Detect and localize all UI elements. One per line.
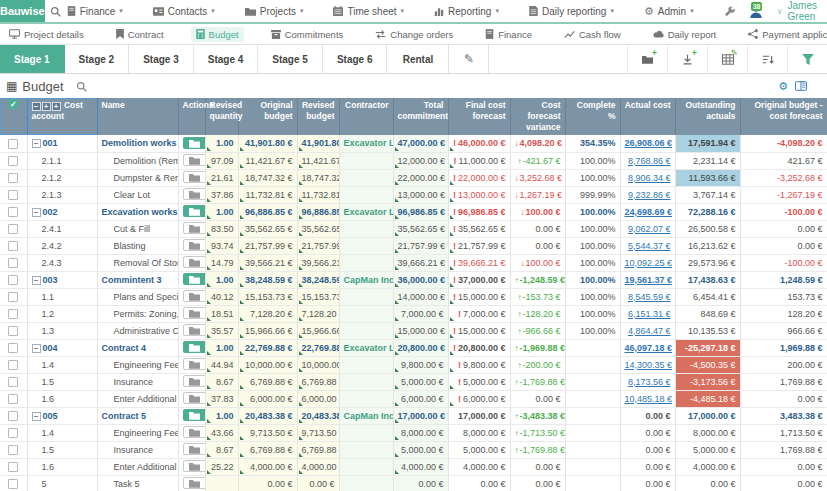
expand-all-icon[interactable]: + — [42, 102, 51, 111]
contractor-cell[interactable]: CapMan Inc. — [339, 271, 393, 288]
revised-quantity-cell[interactable]: 21.61 — [205, 169, 238, 186]
final-cost-forecast-cell[interactable]: !96,986.85 € — [448, 203, 510, 220]
search-icon[interactable] — [45, 0, 67, 22]
open-folder-button[interactable] — [183, 290, 206, 302]
column-header-revised-budget[interactable]: Revised budget — [297, 98, 339, 135]
revised-quantity-cell[interactable]: 37.83 — [205, 390, 238, 407]
total-commitment-cell[interactable]: 21,757.99 € — [393, 237, 448, 254]
revised-quantity-cell[interactable]: 1.00 — [205, 135, 238, 152]
checkbox-checked-icon[interactable]: ✓ — [8, 99, 18, 109]
open-folder-button[interactable] — [183, 358, 206, 370]
contractor-cell[interactable]: Excavator LLC — [339, 135, 393, 152]
revised-budget-cell[interactable]: 41,901.80 € — [297, 135, 339, 152]
row-checkbox[interactable] — [8, 445, 18, 455]
total-commitment-cell[interactable]: 0.00 € — [393, 475, 448, 491]
actual-cost-link[interactable]: 10,485.18 € — [625, 394, 673, 404]
open-folder-button[interactable] — [183, 426, 206, 438]
row-checkbox[interactable] — [8, 190, 18, 200]
actual-cost-link[interactable]: 4,864.47 € — [628, 326, 671, 336]
revised-budget-cell[interactable]: 20,483.38 € — [297, 407, 339, 424]
collapse-row-icon[interactable]: − — [32, 276, 41, 285]
name-cell[interactable]: Blasting — [97, 237, 178, 254]
open-folder-button[interactable] — [183, 273, 206, 285]
original-budget-cell[interactable]: 20,483.38 € — [238, 407, 297, 424]
total-commitment-cell[interactable]: 5,000.00 € — [393, 441, 448, 458]
actual-cost-link[interactable]: 14,300.35 € — [625, 360, 673, 370]
row-checkbox[interactable] — [8, 343, 18, 353]
original-budget-cell[interactable]: 9,713.50 € — [238, 424, 297, 441]
column-header-original-budget-cost-forecast[interactable]: Original budget - cost forecast — [740, 98, 827, 135]
column-header-cost-account[interactable]: −++ Cost account — [27, 98, 97, 135]
final-cost-forecast-cell[interactable]: !37,000.00 € — [448, 271, 510, 288]
contractor-cell[interactable]: CapMan Inc. — [339, 407, 393, 424]
name-cell[interactable]: Engineering Fees — [97, 356, 178, 373]
table-settings-gear-icon[interactable]: ⚙ — [778, 80, 788, 93]
row-checkbox[interactable] — [8, 411, 18, 421]
row-checkbox[interactable] — [8, 207, 18, 217]
project-nav-item-project-details[interactable]: Project details — [4, 27, 89, 42]
column-header-cost-forecast-variance[interactable]: Cost forecast variance — [510, 98, 565, 135]
name-cell[interactable]: Administrative Costs — [97, 322, 178, 339]
final-cost-forecast-cell[interactable]: !7,000.00 € — [448, 305, 510, 322]
actual-cost-link[interactable]: 8,768.86 € — [628, 156, 671, 166]
original-budget-cell[interactable]: 18,747.32 € — [238, 169, 297, 186]
revised-quantity-cell[interactable]: 1.00 — [205, 271, 238, 288]
contractor-cell[interactable]: Excavator LLC — [339, 203, 393, 220]
revised-budget-cell[interactable]: 39,566.21 € — [297, 254, 339, 271]
column-header-original-budget[interactable]: Original budget — [238, 98, 297, 135]
open-folder-button[interactable] — [183, 137, 206, 149]
revised-quantity-cell[interactable]: 43.66 — [205, 424, 238, 441]
column-header-final-cost-forecast[interactable]: Final cost forecast — [448, 98, 510, 135]
revised-budget-cell[interactable]: 9,713.50 € — [297, 424, 339, 441]
final-cost-forecast-cell[interactable]: !15,000.00 € — [448, 322, 510, 339]
collapse-row-icon[interactable]: − — [32, 412, 41, 421]
avatar[interactable]: 38 — [749, 5, 763, 18]
user-menu[interactable]: ∨ James Green — [777, 0, 817, 22]
name-cell[interactable]: Contract 5 — [97, 407, 178, 424]
total-commitment-cell[interactable]: 7,000.00 € — [393, 305, 448, 322]
final-cost-forecast-cell[interactable]: !22,000.00 € — [448, 169, 510, 186]
column-chooser-icon[interactable] — [795, 81, 807, 91]
revised-budget-cell[interactable]: 4,000.00 € — [297, 458, 339, 475]
filter-button[interactable] — [787, 45, 827, 73]
project-nav-item-cash-flow[interactable]: Cash flow — [559, 27, 626, 42]
final-cost-forecast-cell[interactable]: 17,000.00 € — [448, 407, 510, 424]
actual-cost-link[interactable]: 8,173.56 € — [628, 377, 671, 387]
name-cell[interactable]: Demolition (Remodel) — [97, 152, 178, 169]
name-cell[interactable]: Enter Additional Items — [97, 390, 178, 407]
actual-cost-link[interactable]: 46,097.18 € — [625, 343, 673, 353]
actual-cost-link[interactable]: 8,906.34 € — [628, 173, 671, 183]
total-commitment-cell[interactable]: 5,000.00 € — [393, 373, 448, 390]
revised-budget-cell[interactable]: 6,769.88 € — [297, 441, 339, 458]
revised-budget-cell[interactable]: 6,000.00 € — [297, 390, 339, 407]
edit-stages-tab[interactable]: ✎ — [449, 45, 489, 73]
original-budget-cell[interactable]: 4,000.00 € — [238, 458, 297, 475]
cost-account-cell[interactable]: −005 — [27, 407, 97, 424]
original-budget-cell[interactable]: 15,966.66 € — [238, 322, 297, 339]
original-budget-cell[interactable]: 35,562.65 € — [238, 220, 297, 237]
collapse-all-icon[interactable]: − — [32, 102, 41, 111]
total-commitment-cell[interactable]: 20,800.00 € — [393, 339, 448, 356]
open-folder-button[interactable] — [183, 239, 206, 251]
column-header-contractor[interactable]: Contractor — [339, 98, 393, 135]
revised-budget-cell[interactable]: 15,153.73 € — [297, 288, 339, 305]
total-commitment-cell[interactable]: 8,000.00 € — [393, 424, 448, 441]
project-nav-item-change-orders[interactable]: Change orders — [370, 27, 458, 42]
final-cost-forecast-cell[interactable]: !15,000.00 € — [448, 288, 510, 305]
open-folder-button[interactable] — [183, 392, 206, 404]
name-cell[interactable]: Permits: Zoning, — [97, 305, 178, 322]
open-folder-button[interactable] — [183, 443, 206, 455]
total-commitment-cell[interactable]: 4,000.00 € — [393, 458, 448, 475]
column-header-name[interactable]: Name — [97, 98, 178, 135]
project-nav-item-daily-report[interactable]: Daily report — [648, 27, 722, 42]
total-commitment-cell[interactable]: 35,562.65 € — [393, 220, 448, 237]
original-budget-cell[interactable]: 0.00 € — [238, 475, 297, 491]
final-cost-forecast-cell[interactable]: !39,666.21 € — [448, 254, 510, 271]
revised-quantity-cell[interactable]: 18.51 — [205, 305, 238, 322]
revised-budget-cell[interactable]: 0.00 € — [297, 475, 339, 491]
total-commitment-cell[interactable]: 13,000.00 € — [393, 186, 448, 203]
total-commitment-cell[interactable]: 15,000.00 € — [393, 322, 448, 339]
open-folder-button[interactable] — [183, 477, 206, 489]
revised-quantity-cell[interactable]: 1.00 — [205, 339, 238, 356]
row-checkbox[interactable] — [8, 173, 18, 183]
